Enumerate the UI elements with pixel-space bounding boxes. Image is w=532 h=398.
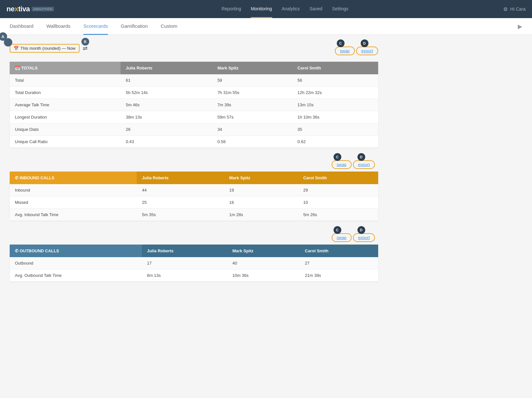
sub-nav-arrow[interactable]: ▶ [518,23,522,30]
swap-button-outbound[interactable]: swap [332,233,352,242]
gear-icon[interactable]: ⚙ [503,6,508,12]
carol-value: 56 [292,74,378,87]
julia-value: 6m 13s [142,269,227,282]
badge-d-outbound: D [357,226,365,234]
outbound-header-julia: Julia Roberts [142,245,227,257]
outbound-section: C D swap export ✆ OUTBOUND CALLS Julia R… [10,230,378,281]
badge-c-inbound: C [334,153,341,161]
metric-label: Total [10,74,121,87]
table-row: Missed 25 16 10 [10,196,378,209]
inbound-section: C D swap export ✆ INBOUND CALLS Julia Ro… [10,157,378,221]
carol-value: 27 [300,257,378,269]
table-row: Total 61 59 56 [10,74,378,87]
carol-value: 13m 15s [292,99,378,111]
table-row: Unique Dials 26 34 35 [10,123,378,136]
sub-nav-custom[interactable]: Custom [161,18,177,35]
totals-section: 📅 TOTALS Julia Roberts Mark Spitz Carol … [10,62,378,148]
metric-label: Missed [10,196,137,209]
nav-reporting[interactable]: Reporting [221,0,241,18]
export-button-inbound[interactable]: export [353,160,375,169]
export-button-outbound[interactable]: export [353,233,375,242]
metric-label: Avg. Inbound Talk Time [10,209,137,221]
carol-value: 1h 10m 36s [292,111,378,123]
totals-table: 📅 TOTALS Julia Roberts Mark Spitz Carol … [10,62,378,148]
nav-analytics[interactable]: Analytics [282,0,300,18]
swap-icon[interactable]: ⇌ B [83,45,88,52]
calendar-icon: 📅 [14,46,19,51]
sub-nav-wallboards[interactable]: Wallboards [46,18,70,35]
table-row: Average Talk Time 5m 46s 7m 39s 13m 15s [10,99,378,111]
inbound-header-label: ✆ INBOUND CALLS [10,172,137,184]
julia-value: 44 [137,184,224,196]
julia-value: 0.43 [121,136,212,148]
sub-nav-scorecards[interactable]: Scorecards [83,18,108,35]
phone-icon-outbound: ✆ [15,248,18,253]
swap-button-top[interactable]: swap [335,47,355,55]
totals-label: TOTALS [21,66,38,70]
table-row: Avg. Outbound Talk Time 6m 13s 10m 36s 2… [10,269,378,282]
metric-label: Average Talk Time [10,99,121,111]
carol-value: 10 [298,196,378,209]
julia-value: 17 [142,257,227,269]
mark-value: 7m 39s [212,99,293,111]
metric-label: Unique Dials [10,123,121,136]
julia-value: 61 [121,74,212,87]
sub-nav-gamification[interactable]: Gamification [121,18,148,35]
sub-navigation: Dashboard Wallboards Scorecards Gamifica… [0,18,532,35]
inbound-header-mark: Mark Spitz [224,172,298,184]
nav-settings[interactable]: Settings [332,0,348,18]
carol-value: 12h 22m 32s [292,87,378,99]
logo-area: nextiva ANALYTICS [6,5,54,13]
totals-header-label: 📅 TOTALS [10,62,121,74]
julia-value: 26 [121,123,212,136]
main-content: A 📅 This month (rounded) — Now ⇌ B C D s… [0,35,388,298]
mark-value: 0.58 [212,136,293,148]
date-badge[interactable]: 📅 This month (rounded) — Now [10,44,80,53]
table-row: Total Duration 5h 52m 14s 7h 31m 55s 12h… [10,87,378,99]
julia-value: 5m 35s [137,209,224,221]
nav-monitoring[interactable]: Monitoring [251,0,272,18]
nav-right: ⚙ Hi Cara [503,6,526,12]
mark-value: 10m 36s [227,269,300,282]
table-row: Outbound 17 40 27 [10,257,378,269]
phone-icon-inbound: ✆ [15,175,18,180]
mark-value: 34 [212,123,293,136]
badge-d-top: D [361,39,368,47]
inbound-header-julia: Julia Roberts [137,172,224,184]
mark-value: 40 [227,257,300,269]
julia-value: 38m 13s [121,111,212,123]
sub-nav-links: Dashboard Wallboards Scorecards Gamifica… [10,18,518,35]
sub-nav-dashboard[interactable]: Dashboard [10,18,33,35]
inbound-table: ✆ INBOUND CALLS Julia Roberts Mark Spitz… [10,172,378,221]
swap-button-inbound[interactable]: swap [332,160,352,169]
inbound-header-carol: Carol Smith [298,172,378,184]
badge-b: B [81,38,89,46]
analytics-badge: ANALYTICS [32,7,54,11]
logo-x: x [15,5,18,13]
filter-actions: C D swap export [335,41,378,55]
export-button-top[interactable]: export [356,47,378,55]
outbound-header-label: ✆ OUTBOUND CALLS [10,245,142,257]
badge-d-inbound: D [357,153,365,161]
outbound-label: OUTBOUND CALLS [20,248,59,253]
metric-label: Total Duration [10,87,121,99]
carol-value: 21m 39s [300,269,378,282]
nav-saved[interactable]: Saved [310,0,323,18]
metric-label: Avg. Outbound Talk Time [10,269,142,282]
metric-label: Longest Duration [10,111,121,123]
carol-value: 5m 26s [298,209,378,221]
totals-header-julia: Julia Roberts [121,62,212,74]
outbound-header-carol: Carol Smith [300,245,378,257]
inbound-label: INBOUND CALLS [20,175,55,180]
carol-value: 35 [292,123,378,136]
date-range-text: This month (rounded) — Now [20,46,76,51]
table-row: Unique Call Ratio 0.43 0.58 0.62 [10,136,378,148]
outbound-table: ✆ OUTBOUND CALLS Julia Roberts Mark Spit… [10,245,378,281]
mark-value: 59m 57s [212,111,293,123]
totals-header-carol: Carol Smith [292,62,378,74]
outbound-header-mark: Mark Spitz [227,245,300,257]
mark-value: 7h 31m 55s [212,87,293,99]
carol-value: 29 [298,184,378,196]
metric-label: Outbound [10,257,142,269]
metric-label: Unique Call Ratio [10,136,121,148]
